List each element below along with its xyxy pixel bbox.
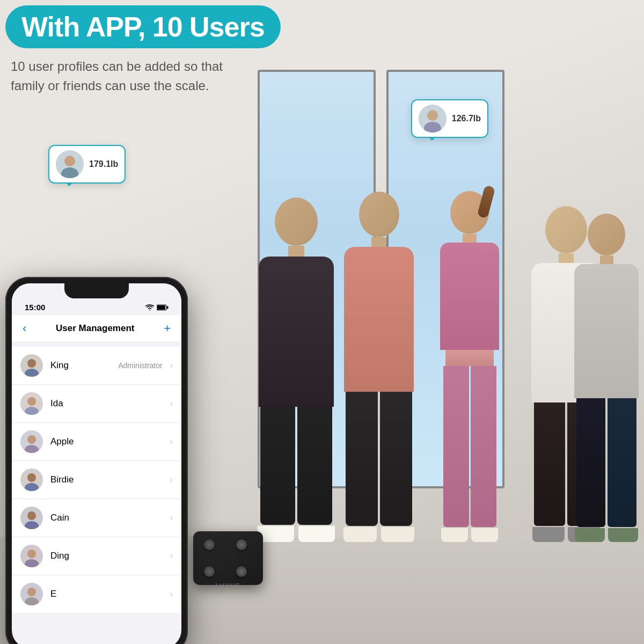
- user-item-apple[interactable]: Apple ›: [12, 423, 181, 461]
- bubble-right-avatar: [419, 105, 447, 133]
- phone-screen: 15:00: [12, 283, 181, 644]
- user-info-ida: Ida: [50, 398, 163, 409]
- scale-sensor-tr: [236, 539, 247, 550]
- avatar-king: [20, 354, 43, 377]
- user-name-birdie: Birdie: [50, 474, 163, 485]
- avatar-cain: [20, 507, 43, 529]
- nav-title: User Management: [56, 323, 134, 334]
- chevron-icon-cain: ›: [170, 513, 173, 523]
- title-badge: With APP, 10 Users: [5, 5, 281, 48]
- user-list: King Administrator › Ida: [12, 347, 181, 613]
- svg-point-25: [27, 550, 36, 558]
- svg-point-19: [27, 473, 36, 482]
- user-info-ding: Ding: [50, 551, 163, 561]
- user-name-ding: Ding: [50, 551, 163, 561]
- bubble-left-avatar: [56, 150, 84, 178]
- smart-scale: LUVUS: [193, 531, 263, 585]
- subtitle: 10 user profiles can be added so that fa…: [5, 57, 252, 96]
- user-avatar-ida: [20, 392, 43, 415]
- svg-point-4: [427, 110, 438, 121]
- person-5: [574, 214, 639, 542]
- user-name-cain: Cain: [50, 513, 163, 523]
- nav-bar[interactable]: ‹ User Management +: [12, 315, 181, 342]
- scale-surface: [193, 531, 263, 585]
- nav-back-button[interactable]: ‹: [23, 321, 26, 335]
- chevron-icon-birdie: ›: [170, 475, 173, 485]
- user-name-e: E: [50, 589, 163, 599]
- bubble-left-weight: 179.1lb: [89, 159, 118, 169]
- person-3: [440, 191, 499, 542]
- main-title: With APP, 10 Users: [21, 11, 265, 42]
- svg-rect-8: [167, 306, 169, 309]
- battery-icon: [157, 304, 169, 311]
- avatar-ida: [20, 392, 43, 415]
- svg-point-28: [27, 588, 36, 596]
- weight-bubble-right: 126.7lb: [411, 99, 488, 138]
- user-item-e[interactable]: E ›: [12, 575, 181, 613]
- user-name-ida: Ida: [50, 398, 163, 409]
- weight-bubble-left: 179.1lb: [48, 145, 126, 184]
- user-info-king: King: [50, 360, 111, 371]
- scale-sensor-br: [236, 566, 247, 577]
- user-role-king: Administrator: [118, 361, 162, 370]
- person-1: [258, 197, 335, 542]
- chevron-icon-apple: ›: [170, 437, 173, 447]
- bubble-right-weight: 126.7lb: [452, 114, 481, 123]
- avatar-birdie: [20, 469, 43, 491]
- svg-point-13: [27, 397, 36, 406]
- user-item-ida[interactable]: Ida ›: [12, 385, 181, 423]
- user-avatar-apple: [20, 430, 43, 453]
- chevron-icon-ida: ›: [170, 399, 173, 408]
- user-name-king: King: [50, 360, 111, 371]
- user-avatar-ding: [20, 545, 43, 567]
- header-section: With APP, 10 Users 10 user profiles can …: [5, 5, 281, 96]
- chevron-icon-ding: ›: [170, 551, 173, 561]
- avatar-ding: [20, 545, 43, 567]
- user-info-apple: Apple: [50, 436, 163, 447]
- svg-point-16: [27, 435, 36, 444]
- svg-rect-7: [157, 305, 165, 310]
- user-item-birdie[interactable]: Birdie ›: [12, 461, 181, 499]
- svg-point-1: [64, 156, 75, 166]
- user-info-birdie: Birdie: [50, 474, 163, 485]
- user-item-ding[interactable]: Ding ›: [12, 537, 181, 575]
- phone-body: 15:00: [5, 277, 188, 644]
- user-item-king[interactable]: King Administrator ›: [12, 347, 181, 385]
- user-info-cain: Cain: [50, 513, 163, 523]
- nav-add-button[interactable]: +: [164, 321, 171, 335]
- scale-brand-text: LUVUS: [193, 582, 263, 589]
- user-avatar-cain: [20, 507, 43, 529]
- chevron-icon-king: ›: [170, 361, 173, 370]
- avatar-apple: [20, 430, 43, 453]
- wifi-icon: [145, 304, 154, 311]
- phone-notch: [64, 283, 129, 298]
- user-avatar-e: [20, 583, 43, 605]
- user-avatar-king: [20, 354, 43, 377]
- phone-mockup: 15:00: [5, 277, 188, 644]
- user-info-e: E: [50, 589, 163, 599]
- user-item-cain[interactable]: Cain ›: [12, 499, 181, 537]
- scale-sensor-bl: [204, 566, 215, 577]
- status-icons: [145, 304, 169, 311]
- user-avatar-birdie: [20, 469, 43, 491]
- svg-point-10: [27, 359, 36, 368]
- person-2: [343, 192, 414, 542]
- status-time: 15:00: [25, 303, 45, 312]
- scale-sensor-tl: [204, 539, 215, 550]
- svg-point-22: [27, 511, 36, 520]
- avatar-e: [20, 583, 43, 605]
- chevron-icon-e: ›: [170, 589, 173, 599]
- user-name-apple: Apple: [50, 436, 163, 447]
